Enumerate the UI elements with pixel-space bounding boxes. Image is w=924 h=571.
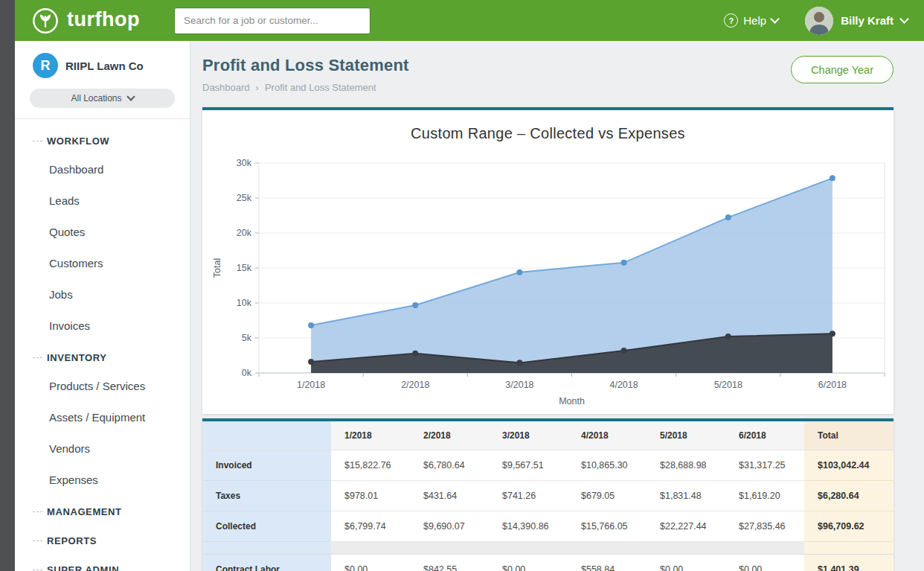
- tree-dash-icon: [33, 357, 42, 358]
- table-header-cell: [202, 421, 331, 450]
- sidebar-item-assets-equipment[interactable]: Assets / Equipment: [15, 402, 190, 433]
- breadcrumb-current: Profit and Loss Statement: [265, 82, 376, 93]
- app-logo[interactable]: turfhop: [31, 7, 140, 35]
- help-icon: ?: [724, 13, 738, 28]
- sidebar-section-management[interactable]: MANAGEMENT: [15, 496, 190, 525]
- pl-table: 1/20182/20183/20184/20185/20186/2018Tota…: [202, 421, 893, 571]
- sidebar-menu: WORKFLOWDashboardLeadsQuotesCustomersJob…: [15, 119, 190, 571]
- sidebar-item-products-services[interactable]: Products / Services: [15, 371, 190, 402]
- main-content: Profit and Loss Statement Dashboard › Pr…: [190, 41, 924, 571]
- row-total: $1,401.39: [804, 555, 893, 571]
- help-label: Help: [743, 14, 766, 27]
- help-menu[interactable]: ? Help: [724, 13, 778, 28]
- sidebar-item-vendors[interactable]: Vendors: [15, 433, 190, 465]
- sidebar-item-invoices[interactable]: Invoices: [15, 310, 190, 342]
- user-menu[interactable]: Billy Kraft: [805, 7, 908, 35]
- tree-dash-icon: [33, 511, 42, 512]
- chart-card: Custom Range – Collected vs Expenses 0k5…: [202, 107, 893, 414]
- table-row: Taxes$978.01$431.64$741.26$679.05$1,831.…: [202, 481, 893, 511]
- row-label: Invoiced: [202, 450, 331, 481]
- chevron-down-icon: [126, 92, 135, 101]
- table-cell: $842.55: [410, 555, 489, 571]
- table-cell: $10,865.30: [568, 450, 647, 481]
- table-cell: $15,822.76: [331, 450, 410, 481]
- page-title: Profit and Loss Statement: [202, 56, 409, 75]
- svg-text:20k: 20k: [237, 228, 252, 238]
- table-cell: $0.00: [331, 555, 410, 571]
- locations-dropdown[interactable]: All Locations: [30, 89, 175, 108]
- table-cell: $31,317.25: [725, 450, 804, 481]
- table-cell: $978.01: [331, 481, 410, 511]
- table-cell: $741.26: [489, 481, 568, 511]
- company-block: R RIIPL Lawn Co All Locations: [15, 41, 190, 119]
- table-header-cell: 3/2018: [489, 421, 568, 450]
- sidebar-section-label: INVENTORY: [47, 352, 107, 363]
- chevron-down-icon: [899, 14, 909, 24]
- table-row: Collected$6,799.74$9,690.07$14,390.86$15…: [202, 511, 893, 542]
- sidebar-section-label: SUPER ADMIN: [47, 564, 119, 571]
- table-cell: $0.00: [647, 555, 725, 571]
- sidebar: R RIIPL Lawn Co All Locations WORKFLOWDa…: [15, 41, 190, 571]
- table-header-cell: 4/2018: [568, 421, 647, 450]
- company-selector[interactable]: R RIIPL Lawn Co: [30, 53, 175, 78]
- table-cell: $1,831.48: [647, 481, 725, 511]
- sidebar-section-super-admin[interactable]: SUPER ADMIN: [15, 554, 190, 571]
- table-cell: $15,766.05: [568, 511, 647, 542]
- svg-text:5/2018: 5/2018: [714, 380, 742, 390]
- collected-vs-expenses-chart: 0k5k10k15k20k25k30k1/20182/20183/20184/2…: [202, 153, 893, 409]
- locations-label: All Locations: [71, 93, 121, 103]
- breadcrumb: Dashboard › Profit and Loss Statement: [202, 82, 409, 93]
- table-row: Invoiced$15,822.76$6,780.64$9,567.51$10,…: [202, 450, 893, 481]
- table-cell: $28,688.98: [647, 450, 725, 481]
- app-screen: turfhop ? Help Billy Kraft: [0, 0, 924, 571]
- row-label: Collected: [202, 511, 331, 542]
- sidebar-item-quotes[interactable]: Quotes: [15, 217, 190, 248]
- sidebar-section-reports[interactable]: REPORTS: [15, 525, 190, 554]
- sidebar-section-workflow[interactable]: WORKFLOW: [15, 125, 190, 154]
- user-name: Billy Kraft: [841, 14, 893, 27]
- svg-text:25k: 25k: [237, 193, 252, 203]
- svg-text:0k: 0k: [242, 368, 252, 378]
- svg-text:Month: Month: [559, 396, 585, 406]
- sidebar-item-customers[interactable]: Customers: [15, 248, 190, 279]
- table-cell: $9,690.07: [410, 511, 489, 542]
- row-total: $6,280.64: [804, 481, 893, 511]
- svg-text:Total: Total: [212, 258, 222, 278]
- svg-text:15k: 15k: [237, 263, 252, 273]
- turfhop-logo-icon: [31, 7, 60, 35]
- tree-dash-icon: [33, 570, 42, 570]
- tree-dash-icon: [33, 141, 42, 141]
- row-total: $103,042.44: [804, 450, 893, 481]
- app-logo-text: turfhop: [67, 10, 140, 32]
- table-cell: $14,390.86: [489, 511, 568, 542]
- table-cell: $0.00: [489, 555, 568, 571]
- table-spacer-row: [202, 542, 893, 555]
- company-logo-icon: R: [33, 53, 58, 78]
- search-input[interactable]: [174, 7, 370, 34]
- table-header-cell: 1/2018: [331, 421, 410, 450]
- table-cell: $1,619.20: [725, 481, 804, 511]
- change-year-button[interactable]: Change Year: [791, 56, 893, 83]
- topbar: turfhop ? Help Billy Kraft: [15, 0, 924, 41]
- svg-text:6/2018: 6/2018: [818, 380, 847, 390]
- sidebar-section-inventory[interactable]: INVENTORY: [15, 342, 190, 371]
- breadcrumb-dashboard[interactable]: Dashboard: [202, 82, 250, 93]
- svg-text:3/2018: 3/2018: [505, 380, 533, 390]
- svg-text:2/2018: 2/2018: [401, 380, 429, 390]
- pl-table-card: 1/20182/20183/20184/20185/20186/2018Tota…: [202, 418, 893, 571]
- row-label: Taxes: [202, 481, 331, 511]
- sidebar-section-label: WORKFLOW: [47, 135, 109, 147]
- svg-text:10k: 10k: [237, 298, 252, 308]
- sidebar-item-leads[interactable]: Leads: [15, 185, 190, 217]
- sidebar-item-jobs[interactable]: Jobs: [15, 279, 190, 310]
- sidebar-item-expenses[interactable]: Expenses: [15, 465, 190, 496]
- svg-text:1/2018: 1/2018: [297, 380, 325, 390]
- page-header: Profit and Loss Statement Dashboard › Pr…: [202, 56, 893, 93]
- row-total: $96,709.62: [804, 511, 893, 542]
- sidebar-item-dashboard[interactable]: Dashboard: [15, 154, 190, 185]
- svg-text:5k: 5k: [242, 333, 252, 343]
- table-header-cell: 5/2018: [647, 421, 725, 450]
- svg-text:4/2018: 4/2018: [609, 380, 638, 390]
- breadcrumb-separator-icon: ›: [256, 82, 259, 93]
- table-cell: $22,227.44: [647, 511, 725, 542]
